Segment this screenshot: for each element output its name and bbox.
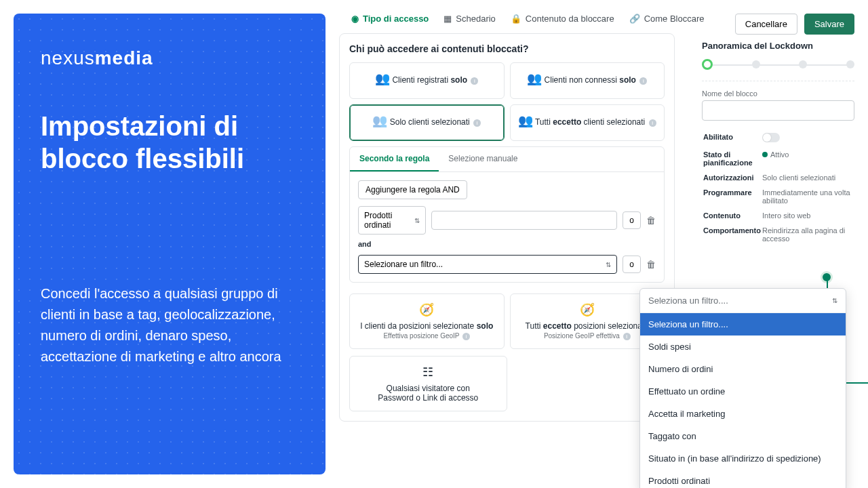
tab-how-block[interactable]: 🔗 Come Bloccare xyxy=(629,14,705,24)
rule-filter-select-1[interactable]: Prodotti ordinati⇅ xyxy=(358,206,426,235)
dropdown-header[interactable]: Seleziona un filtro.... ⇅ xyxy=(640,289,846,313)
dropdown-item[interactable]: Effettuato un ordine xyxy=(640,380,846,403)
option-geo-selected[interactable]: 🧭 I clienti da posizioni selezionate sol… xyxy=(349,293,505,349)
brand-logo: nexusmedia xyxy=(41,47,298,69)
step-1 xyxy=(702,59,713,70)
status-dot-icon xyxy=(762,152,768,157)
app-area: Cancellare Salvare ◉ Tipo di accesso ▦ S… xyxy=(326,0,868,488)
chevron-updown-icon: ⇅ xyxy=(414,217,420,224)
tab-access-type[interactable]: ◉ Tipo di accesso xyxy=(351,14,429,24)
and-label: and xyxy=(358,240,656,248)
info-icon[interactable]: i xyxy=(639,77,647,85)
access-config-card: Chi può accedere ai contenuti bloccati? … xyxy=(339,33,675,422)
card-title: Chi può accedere ai contenuti bloccati? xyxy=(349,43,665,54)
trash-icon[interactable]: 🗑 xyxy=(646,215,656,226)
brand-light: nexus xyxy=(41,47,95,68)
rule-tab-by-rule[interactable]: Secondo la regola xyxy=(350,147,439,171)
option-all-except[interactable]: 👥 Tutti eccetto clienti selezionati i xyxy=(510,104,665,141)
tab-schedule[interactable]: ▦ Schedario xyxy=(443,14,496,24)
dropdown-item[interactable]: Numero di ordini xyxy=(640,358,846,380)
add-and-rule-button[interactable]: Aggiungere la regola AND xyxy=(358,180,467,199)
calendar-icon: ▦ xyxy=(443,14,452,24)
trash-icon[interactable]: 🗑 xyxy=(646,259,656,270)
rule-value-input-1[interactable] xyxy=(431,211,617,230)
link-icon: 🔗 xyxy=(629,14,640,24)
hero-title: Impostazioni di blocco flessibili xyxy=(41,110,298,175)
step-3 xyxy=(799,60,807,68)
annotation-origin-dot xyxy=(821,271,833,283)
info-icon[interactable]: i xyxy=(462,333,470,340)
option-registered-only[interactable]: 👥 Clienti registrati solo i xyxy=(349,62,505,99)
rule-tab-manual[interactable]: Selezione manuale xyxy=(439,147,527,171)
compass-icon: 🧭 xyxy=(355,302,498,317)
compass-icon: 🧭 xyxy=(516,302,659,317)
lockdown-overview: Panoramica del Lockdown Nome del blocco … xyxy=(702,41,854,247)
dropdown-item[interactable]: Seleziona un filtro.... xyxy=(640,313,846,336)
block-name-label: Nome del blocco xyxy=(702,89,854,98)
dropdown-item[interactable]: Accetta il marketing xyxy=(640,403,846,425)
promo-panel: nexusmedia Impostazioni di blocco flessi… xyxy=(14,14,326,474)
info-icon[interactable]: i xyxy=(623,333,631,340)
chevron-updown-icon: ⇅ xyxy=(832,297,837,304)
tab-content-block[interactable]: 🔒 Contenuto da bloccare xyxy=(511,14,614,24)
step-4 xyxy=(846,60,854,68)
enabled-toggle[interactable] xyxy=(762,133,780,142)
people-icon: 👥 xyxy=(375,71,390,86)
person-icon: ◉ xyxy=(351,14,359,24)
info-icon[interactable]: i xyxy=(471,77,478,85)
option-selected-clients[interactable]: 👥 Solo clienti selezionati i xyxy=(349,104,505,141)
filter-dropdown[interactable]: Seleziona un filtro.... ⇅ Seleziona un f… xyxy=(639,288,846,488)
chevron-updown-icon: ⇅ xyxy=(606,261,611,268)
people-except-icon: 👥 xyxy=(518,113,533,128)
dropdown-item[interactable]: Prodotti ordinati xyxy=(640,470,846,488)
people-selected-icon: 👥 xyxy=(372,113,387,128)
save-button[interactable]: Salvare xyxy=(804,14,854,35)
server-icon: ☷ xyxy=(355,365,501,380)
brand-bold: media xyxy=(95,47,153,68)
lock-icon: 🔒 xyxy=(511,14,521,24)
progress-stepper xyxy=(702,59,854,70)
block-name-input[interactable] xyxy=(702,100,854,121)
rule-panel: Secondo la regola Selezione manuale Aggi… xyxy=(349,146,665,283)
info-icon[interactable]: i xyxy=(649,119,656,127)
or-button-2[interactable]: o xyxy=(623,256,641,273)
option-any-visitor-password[interactable]: ☷ Qualsiasi visitatore con Password o Li… xyxy=(349,356,507,411)
hero-description: Concedi l'accesso a qualsiasi gruppo di … xyxy=(41,283,298,367)
or-button-1[interactable]: o xyxy=(623,211,641,229)
overview-title: Panoramica del Lockdown xyxy=(702,41,854,51)
cancel-button[interactable]: Cancellare xyxy=(735,14,797,35)
info-icon[interactable]: i xyxy=(473,119,481,127)
people-icon: 👥 xyxy=(527,71,542,86)
dropdown-item[interactable]: Taggato con xyxy=(640,425,846,447)
dropdown-item[interactable]: Situato in (in base all'indirizzo di spe… xyxy=(640,447,846,470)
step-2 xyxy=(752,60,760,68)
option-not-connected-only[interactable]: 👥 Clienti non connessi solo i xyxy=(510,62,665,99)
dropdown-item[interactable]: Soldi spesi xyxy=(640,336,846,358)
rule-filter-select-2[interactable]: Selezionare un filtro...⇅ xyxy=(358,255,617,274)
